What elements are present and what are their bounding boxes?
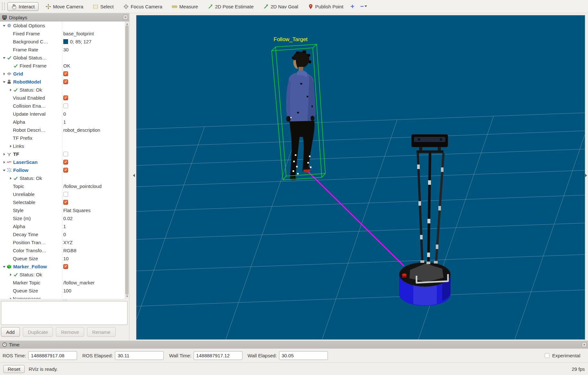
enable-checkbox[interactable]: ✓ <box>63 160 68 165</box>
tree-row[interactable]: Status: Ok <box>0 174 125 182</box>
tree-row[interactable]: Size (m)0.02 <box>0 214 125 222</box>
property-value-cell[interactable]: 0.02 <box>63 214 125 222</box>
property-value-cell[interactable] <box>63 190 125 198</box>
enable-checkbox[interactable] <box>63 103 68 108</box>
property-value-cell[interactable]: ✓ <box>63 263 125 271</box>
property-value-cell[interactable]: 1 <box>63 222 125 230</box>
enable-checkbox[interactable]: ✓ <box>63 200 68 205</box>
time-field-input[interactable] <box>28 351 77 360</box>
expander-expanded-icon[interactable] <box>2 56 6 60</box>
reset-button[interactable]: Reset <box>3 365 25 373</box>
scroll-up-icon[interactable] <box>126 22 128 25</box>
expander-collapsed-icon[interactable] <box>8 177 13 180</box>
tree-row[interactable]: Alpha1 <box>0 222 125 230</box>
time-panel-header[interactable]: Time ✕ <box>0 341 588 349</box>
tree-row[interactable]: Links <box>0 142 125 150</box>
tool-measure[interactable]: Measure <box>169 3 200 11</box>
enable-checkbox[interactable]: ✓ <box>63 71 68 76</box>
tree-row[interactable]: StyleFlat Squares <box>0 206 125 214</box>
tool-interact[interactable]: Interact <box>7 2 39 11</box>
add-tool-button[interactable]: + <box>350 4 354 9</box>
property-value-cell[interactable] <box>63 22 125 30</box>
tree-row[interactable]: Position Tran…XYZ <box>0 238 125 246</box>
expander-collapsed-icon[interactable] <box>8 89 13 91</box>
tree-scrollbar[interactable] <box>125 22 129 299</box>
tree-row[interactable]: TF <box>0 150 125 158</box>
property-value-cell[interactable]: ✓ <box>63 94 125 102</box>
time-field-input[interactable] <box>194 351 242 360</box>
tree-row[interactable]: Visual Enabled✓ <box>0 94 125 102</box>
tool-publish-point[interactable]: Publish Point <box>305 3 346 11</box>
enable-checkbox[interactable] <box>63 192 68 197</box>
enable-checkbox[interactable]: ✓ <box>63 168 68 173</box>
tree-row[interactable]: Background C…0; 85; 127 <box>0 38 125 46</box>
collapse-right-arrow-icon[interactable] <box>585 174 588 177</box>
tree-row[interactable]: Collision Ena… <box>0 102 125 110</box>
scroll-down-icon[interactable] <box>126 296 128 298</box>
tree-row[interactable]: Alpha1 <box>0 118 125 126</box>
expander-collapsed-icon[interactable] <box>8 273 13 276</box>
tree-row[interactable]: Marker_Follow✓ <box>0 263 125 271</box>
expander-collapsed-icon[interactable] <box>2 161 6 164</box>
tree-row[interactable]: Update Interval0 <box>0 110 125 118</box>
tool-2d-nav-goal[interactable]: 2D Nav Goal <box>261 3 301 11</box>
expander-collapsed-icon[interactable] <box>8 145 13 147</box>
property-value-cell[interactable]: ✓ <box>63 158 125 166</box>
property-value-cell[interactable]: 100 <box>63 287 125 295</box>
panel-splitter-handle[interactable] <box>0 299 129 301</box>
tree-row[interactable]: Namespaces <box>0 295 125 299</box>
close-icon[interactable]: ✕ <box>582 342 587 347</box>
time-field-input[interactable] <box>115 351 164 360</box>
expander-expanded-icon[interactable] <box>2 264 6 269</box>
property-value-cell[interactable] <box>63 102 125 110</box>
property-value-cell[interactable]: 10 <box>63 254 125 263</box>
tree-row[interactable]: Color Transfo…RGB8 <box>0 246 125 254</box>
collapse-left-arrow-icon[interactable] <box>131 174 135 177</box>
property-value-cell[interactable]: 0; 85; 127 <box>63 38 125 46</box>
experimental-toggle[interactable]: Experimental <box>545 353 580 358</box>
tree-row[interactable]: Marker Topic/follow_marker <box>0 279 125 287</box>
property-value-cell[interactable]: 0 <box>63 110 125 118</box>
property-value-cell[interactable] <box>63 134 125 142</box>
time-field-input[interactable] <box>279 351 328 360</box>
property-value-cell[interactable]: ✓ <box>63 166 125 174</box>
property-value-cell[interactable] <box>63 150 125 158</box>
property-value-cell[interactable]: ✓ <box>63 70 125 78</box>
property-value-cell[interactable]: ✓ <box>63 198 125 206</box>
left-splitter-gutter[interactable] <box>129 15 136 339</box>
toolbar-grip[interactable] <box>2 3 5 10</box>
property-value-cell[interactable] <box>63 174 125 182</box>
expander-expanded-icon[interactable] <box>2 23 6 28</box>
property-value-cell[interactable]: 30 <box>63 46 125 54</box>
tree-row[interactable]: Fixed Framebase_footprint <box>0 30 125 38</box>
tree-row[interactable]: Grid✓ <box>0 70 125 78</box>
property-value-cell[interactable]: RGB8 <box>63 246 125 254</box>
close-icon[interactable]: ✕ <box>123 15 128 20</box>
tree-row[interactable]: Topic/follow_pointcloud <box>0 182 125 190</box>
property-value-cell[interactable] <box>63 271 125 279</box>
tool-2d-pose-estimate[interactable]: 2D Pose Estimate <box>205 3 256 11</box>
tree-row[interactable]: Decay Time0 <box>0 230 125 238</box>
property-value-cell[interactable]: 0 <box>63 230 125 238</box>
property-value-cell[interactable]: OK <box>63 62 125 70</box>
property-value-cell[interactable] <box>63 142 125 150</box>
tree-row[interactable]: Frame Rate30 <box>0 46 125 54</box>
expander-expanded-icon[interactable] <box>2 80 6 84</box>
property-value-cell[interactable]: /follow_marker <box>63 279 125 287</box>
property-value-cell[interactable]: 1 <box>63 118 125 126</box>
tree-row[interactable]: Unreliable <box>0 190 125 198</box>
tree-row[interactable]: Fixed FrameOK <box>0 62 125 70</box>
tree-row[interactable]: Global Options <box>0 22 125 30</box>
tree-row[interactable]: LaserScan✓ <box>0 158 125 166</box>
property-value-cell[interactable]: ✓ <box>63 78 125 86</box>
enable-checkbox[interactable] <box>63 152 68 156</box>
expander-collapsed-icon[interactable] <box>2 153 6 156</box>
tree-row[interactable]: TF Prefix <box>0 134 125 142</box>
tree-row[interactable]: Follow✓ <box>0 166 125 174</box>
enable-checkbox[interactable]: ✓ <box>63 95 68 100</box>
expander-expanded-icon[interactable] <box>2 168 6 173</box>
tree-row[interactable]: Status: Ok <box>0 86 125 94</box>
render-viewport[interactable]: Follow_Target <box>136 15 585 340</box>
remove-tool-button[interactable]: − <box>360 4 367 9</box>
tool-focus-camera[interactable]: Focus Camera <box>121 3 165 11</box>
